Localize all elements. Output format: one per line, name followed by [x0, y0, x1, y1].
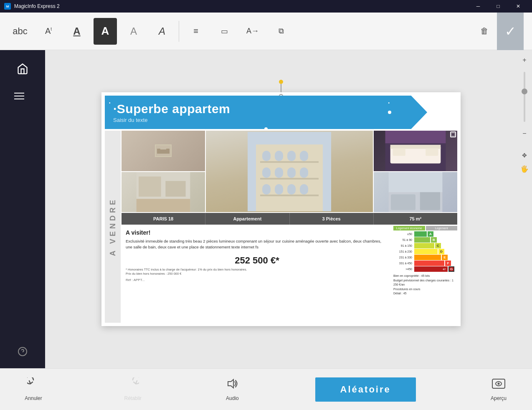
retablir-button: Rétablir [116, 377, 149, 401]
selection-handle[interactable] [279, 80, 283, 98]
toolbar-bold[interactable]: A [94, 18, 117, 45]
retablir-label: Rétablir [124, 395, 142, 401]
energy-panel: Logement économe Logement ≤50 A [393, 226, 457, 323]
zoom-slider-track [524, 72, 525, 122]
energy-info: Bien en copropriété : 45 lots Budget pré… [393, 274, 457, 296]
align-icon: ≡ [193, 26, 198, 36]
maximize-button[interactable]: □ [489, 0, 508, 13]
footnote-1: * Honoraires TTC inclus à la charge de l… [126, 268, 388, 272]
toolbar-abc[interactable]: abc [8, 18, 32, 45]
title-sub-text: Saisir du texte [113, 117, 419, 123]
zoom-slider-thumb[interactable] [522, 89, 527, 94]
audio-button[interactable]: Audio [215, 377, 249, 401]
photo-top-left[interactable] [122, 131, 205, 171]
retablir-icon [127, 377, 139, 393]
apercu-button[interactable]: Aperçu [482, 377, 515, 401]
svg-rect-26 [390, 145, 441, 149]
svg-rect-19 [287, 184, 296, 195]
svg-rect-15 [287, 167, 296, 178]
toolbar-align[interactable]: ≡ [184, 18, 208, 45]
apercu-icon [491, 377, 506, 393]
zoom-move-icon[interactable]: ✥ [519, 149, 530, 161]
annuler-label: Annuler [25, 395, 42, 401]
svg-rect-5 [157, 149, 160, 154]
audio-label: Audio [226, 395, 239, 401]
energy-bars-container: ≤50 A 51 à 90 B 91 à 150 [393, 231, 457, 272]
sidebar-home-button[interactable] [12, 58, 33, 79]
zoom-controls: + − ✥ 🖐 [517, 50, 532, 368]
zoom-minus-button[interactable]: − [519, 128, 530, 139]
vendre-bar: A VENDRE [105, 131, 121, 323]
toolbar-italic[interactable]: A [150, 18, 174, 45]
menu-line-1 [14, 93, 24, 94]
minimize-button[interactable]: ─ [469, 0, 488, 13]
title-overlay[interactable]: ·Superbe appartem Saisir du texte [105, 96, 427, 129]
svg-point-42 [497, 383, 499, 385]
italic-icon: A [159, 25, 165, 37]
font-size-icon: At [45, 26, 52, 36]
outline-icon: A [130, 25, 137, 37]
close-button[interactable]: ✕ [509, 0, 528, 13]
svg-rect-21 [260, 161, 319, 163]
svg-rect-37 [420, 190, 440, 210]
sidebar-help-button[interactable] [12, 343, 33, 360]
svg-rect-11 [287, 151, 296, 161]
rotation-handle[interactable] [279, 80, 283, 84]
resize-handle-bottom[interactable] [264, 127, 268, 131]
text-fx-icon: A→ [246, 27, 259, 35]
vendre-text: A VENDRE [109, 197, 117, 256]
info-location: PARIS 18 [122, 213, 205, 225]
canvas-area[interactable]: ·Superbe appartem Saisir du texte A VEND… [45, 50, 517, 368]
svg-rect-32 [137, 199, 190, 212]
energy-row-e: 231 à 330 E [393, 255, 457, 260]
zoom-hand-icon[interactable]: 🖐 [519, 163, 530, 175]
svg-rect-14 [275, 167, 283, 178]
photo-bottom-right[interactable] [374, 172, 457, 213]
app-title: MagicInfo Express 2 [14, 3, 60, 9]
energy-header-left: Logement économe [393, 226, 425, 230]
svg-rect-36 [391, 194, 415, 210]
confirm-button[interactable]: ✓ [497, 13, 524, 50]
svg-rect-9 [262, 151, 271, 161]
svg-rect-18 [275, 184, 283, 195]
zoom-plus-button[interactable]: + [519, 54, 530, 66]
toolbar-text-fx[interactable]: A→ [241, 18, 264, 45]
description-text: Exclusivité immeuble de standing très be… [126, 238, 388, 250]
description-area: A visiter! Exclusivité immeuble de stand… [122, 226, 393, 323]
bold-icon: A [101, 25, 109, 38]
annuler-button[interactable]: Annuler [17, 377, 50, 401]
toolbar-copy[interactable]: ⧉ [269, 18, 293, 45]
energy-row-b: 51 à 90 B [393, 237, 457, 243]
photo-top-right[interactable] [374, 131, 457, 171]
energy-header-right: Logement [426, 226, 458, 230]
energy-row-f: 331 à 450 F [393, 261, 457, 266]
toolbar-font-size[interactable]: At [37, 18, 60, 45]
audio-icon [226, 377, 238, 393]
photo-bottom-left[interactable] [122, 172, 205, 213]
toolbar-outline[interactable]: A [122, 18, 145, 45]
menu-line-3 [14, 99, 24, 99]
aleatoire-button[interactable]: Aléatoire [315, 377, 416, 402]
annuler-icon [27, 377, 40, 393]
resize-handle-right[interactable] [388, 111, 391, 114]
delete-button[interactable]: 🗑 [475, 22, 494, 40]
svg-rect-6 [166, 149, 170, 154]
price-text: 252 500 €* [126, 255, 388, 266]
photo-main[interactable] [206, 131, 373, 212]
titlebar-left: M MagicInfo Express 2 [4, 3, 60, 10]
titlebar-controls: ─ □ ✕ [469, 0, 528, 13]
energy-row-c: 91 à 150 C [393, 243, 457, 248]
toolbar-box[interactable]: ▭ [213, 18, 236, 45]
toolbar-underline[interactable]: A [65, 18, 89, 45]
svg-rect-22 [260, 178, 319, 180]
svg-rect-34 [165, 181, 185, 197]
svg-rect-16 [300, 167, 308, 178]
toolbar-right: 🗑 ✓ [475, 13, 524, 50]
underline-icon: A [73, 25, 80, 37]
footnote-2: Prix du bien hors honoraires : 250 000 € [126, 272, 388, 276]
svg-rect-20 [300, 184, 308, 195]
energy-row-g: >450 47 G [393, 266, 457, 272]
toolbar: abc At A A A A ≡ ▭ A→ ⧉ 🗑 ✓ [0, 13, 532, 50]
sidebar-menu-button[interactable] [12, 88, 33, 104]
titlebar: M MagicInfo Express 2 ─ □ ✕ [0, 0, 532, 13]
